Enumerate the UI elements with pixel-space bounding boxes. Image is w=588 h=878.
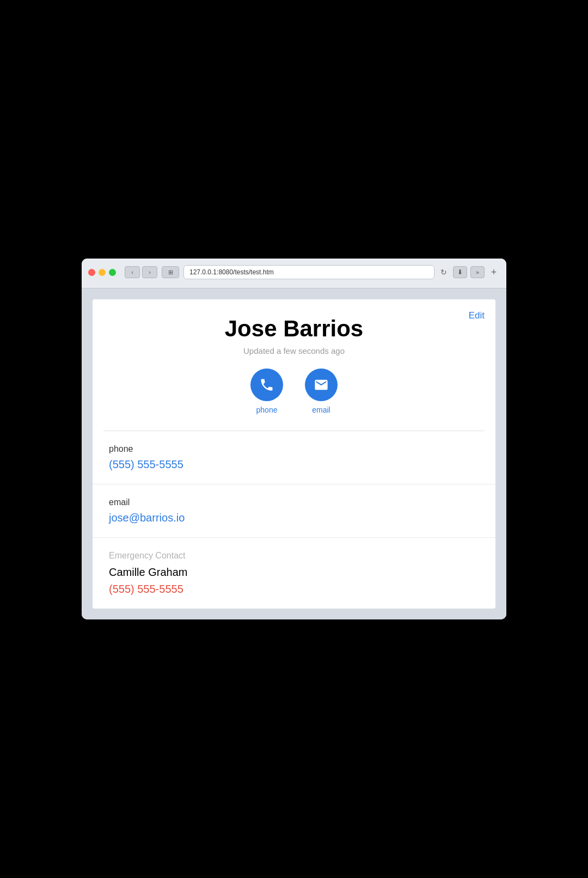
forward-icon: › xyxy=(149,269,151,275)
phone-icon xyxy=(259,377,274,392)
phone-detail-value[interactable]: (555) 555-5555 xyxy=(109,458,479,471)
contact-actions: phone email xyxy=(109,369,479,414)
email-detail-label: email xyxy=(109,498,479,507)
more-icon: » xyxy=(476,269,479,275)
sidebar-button[interactable]: ⊞ xyxy=(162,266,179,278)
phone-action[interactable]: phone xyxy=(250,369,283,414)
back-button[interactable]: ‹ xyxy=(125,266,140,278)
sidebar-icon: ⊞ xyxy=(168,269,173,276)
emergency-contact-section: Emergency Contact Camille Graham (555) 5… xyxy=(93,537,495,609)
email-action[interactable]: email xyxy=(305,369,338,414)
emergency-contact-name: Camille Graham xyxy=(109,566,479,579)
browser-controls: ‹ › ⊞ 127.0.0.1:8080/tests/test.htm ↻ ⬇ xyxy=(88,265,500,279)
maximize-button[interactable] xyxy=(109,269,116,276)
email-icon xyxy=(314,377,329,392)
browser-chrome: ‹ › ⊞ 127.0.0.1:8080/tests/test.htm ↻ ⬇ xyxy=(82,259,506,288)
emergency-contact-phone[interactable]: (555) 555-5555 xyxy=(109,583,479,595)
browser-window: ‹ › ⊞ 127.0.0.1:8080/tests/test.htm ↻ ⬇ xyxy=(82,259,506,619)
edit-button[interactable]: Edit xyxy=(469,310,485,321)
phone-detail-section: phone (555) 555-5555 xyxy=(93,431,495,484)
contact-name: Jose Barrios xyxy=(109,316,479,342)
phone-detail-label: phone xyxy=(109,444,479,454)
contact-card: Edit Jose Barrios Updated a few seconds … xyxy=(93,299,495,609)
address-bar[interactable]: 127.0.0.1:8080/tests/test.htm xyxy=(183,265,434,279)
download-icon: ⬇ xyxy=(457,268,463,276)
reload-icon: ↻ xyxy=(440,268,447,277)
download-button[interactable]: ⬇ xyxy=(453,266,467,278)
new-tab-button[interactable]: + xyxy=(488,266,500,278)
minimize-button[interactable] xyxy=(99,269,106,276)
email-detail-value[interactable]: jose@barrios.io xyxy=(109,512,479,524)
phone-action-circle xyxy=(250,369,283,401)
contact-details: phone (555) 555-5555 email jose@barrios.… xyxy=(93,431,495,609)
contact-header: Edit Jose Barrios Updated a few seconds … xyxy=(93,299,495,431)
back-icon: ‹ xyxy=(131,269,133,275)
browser-content: Edit Jose Barrios Updated a few seconds … xyxy=(82,288,506,619)
contact-updated: Updated a few seconds ago xyxy=(109,346,479,355)
new-tab-icon: + xyxy=(491,267,497,278)
emergency-contact-label: Emergency Contact xyxy=(109,551,479,561)
email-action-circle xyxy=(305,369,338,401)
address-bar-row: 127.0.0.1:8080/tests/test.htm ↻ ⬇ » + xyxy=(183,265,500,279)
email-action-label: email xyxy=(312,406,330,414)
close-button[interactable] xyxy=(88,269,95,276)
reload-button[interactable]: ↻ xyxy=(438,266,450,278)
nav-buttons: ‹ › xyxy=(125,266,157,278)
forward-button[interactable]: › xyxy=(142,266,157,278)
traffic-lights xyxy=(88,269,116,276)
url-text: 127.0.0.1:8080/tests/test.htm xyxy=(189,268,274,276)
email-detail-section: email jose@barrios.io xyxy=(93,484,495,537)
phone-action-label: phone xyxy=(256,406,278,414)
more-button[interactable]: » xyxy=(470,266,485,278)
